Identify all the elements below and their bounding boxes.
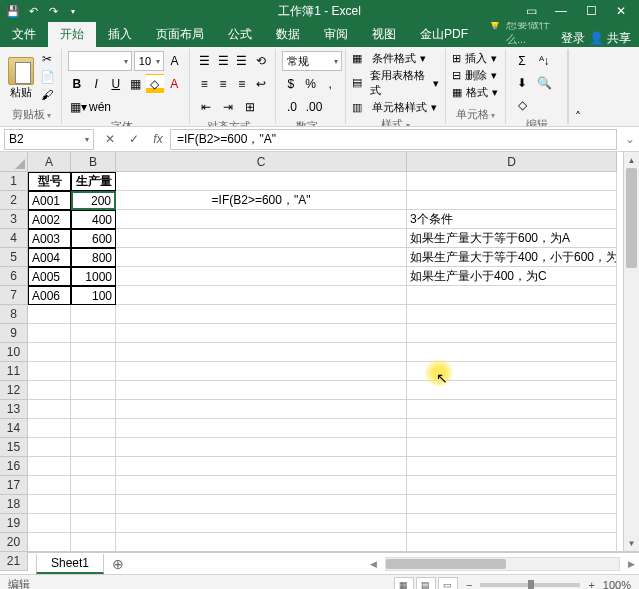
- row-header[interactable]: 7: [0, 286, 28, 305]
- align-right-icon[interactable]: ≡: [234, 74, 251, 94]
- cell[interactable]: [71, 514, 116, 533]
- comma-icon[interactable]: ,: [321, 74, 339, 94]
- row-header[interactable]: 21: [0, 552, 28, 571]
- row-header[interactable]: 1: [0, 172, 28, 191]
- quick-undo-icon[interactable]: ↶: [26, 4, 40, 18]
- enter-formula-icon[interactable]: ✓: [122, 129, 146, 150]
- cell[interactable]: [71, 305, 116, 324]
- cell[interactable]: [116, 381, 407, 400]
- cell[interactable]: [407, 476, 617, 495]
- tab-formulas[interactable]: 公式: [216, 22, 264, 47]
- cell[interactable]: [407, 400, 617, 419]
- quick-custom-icon[interactable]: ▾: [66, 4, 80, 18]
- quick-redo-icon[interactable]: ↷: [46, 4, 60, 18]
- cell[interactable]: [71, 457, 116, 476]
- cell[interactable]: [116, 229, 407, 248]
- zoom-slider[interactable]: [480, 583, 580, 587]
- cell[interactable]: [407, 381, 617, 400]
- row-header[interactable]: 14: [0, 419, 28, 438]
- cell[interactable]: [28, 438, 71, 457]
- name-box[interactable]: B2: [4, 129, 94, 150]
- zoom-level[interactable]: 100%: [603, 579, 631, 590]
- row-header[interactable]: 11: [0, 362, 28, 381]
- tab-file[interactable]: 文件: [0, 22, 48, 47]
- col-header[interactable]: C: [116, 152, 407, 172]
- tab-wps[interactable]: 金山PDF: [408, 22, 480, 47]
- cell[interactable]: [116, 362, 407, 381]
- scroll-thumb[interactable]: [626, 168, 637, 268]
- row-header[interactable]: 2: [0, 191, 28, 210]
- cell[interactable]: A002: [28, 210, 71, 229]
- cell[interactable]: [28, 419, 71, 438]
- row-header[interactable]: 12: [0, 381, 28, 400]
- cell[interactable]: [116, 172, 407, 191]
- zoom-in-icon[interactable]: +: [588, 579, 594, 590]
- cell[interactable]: 型号: [28, 172, 71, 191]
- col-header[interactable]: B: [71, 152, 116, 172]
- cell[interactable]: [116, 286, 407, 305]
- font-name-select[interactable]: [68, 51, 132, 71]
- align-left-icon[interactable]: ≡: [196, 74, 213, 94]
- row-header[interactable]: 13: [0, 400, 28, 419]
- format-button[interactable]: ▦ 格式▾: [452, 85, 499, 100]
- row-header[interactable]: 20: [0, 533, 28, 552]
- number-format-select[interactable]: 常规: [282, 51, 342, 71]
- cell[interactable]: [116, 248, 407, 267]
- row-header[interactable]: 6: [0, 267, 28, 286]
- cell[interactable]: [407, 419, 617, 438]
- tab-home[interactable]: 开始: [48, 22, 96, 47]
- row-header[interactable]: 5: [0, 248, 28, 267]
- delete-button[interactable]: ⊟ 删除▾: [452, 68, 499, 83]
- cell[interactable]: [71, 533, 116, 551]
- border-icon[interactable]: ▦: [127, 74, 145, 94]
- minimize-icon[interactable]: —: [547, 1, 575, 21]
- scroll-up-icon[interactable]: ▲: [624, 152, 639, 168]
- cell[interactable]: [28, 324, 71, 343]
- font-size-select[interactable]: 10: [134, 51, 164, 71]
- indent-inc-icon[interactable]: ⇥: [218, 97, 238, 117]
- cell[interactable]: A005: [28, 267, 71, 286]
- cell[interactable]: 1000: [71, 267, 116, 286]
- collapse-ribbon-icon[interactable]: ˄: [568, 49, 586, 124]
- cell[interactable]: 400: [71, 210, 116, 229]
- tab-insert[interactable]: 插入: [96, 22, 144, 47]
- align-center-icon[interactable]: ≡: [215, 74, 232, 94]
- cell[interactable]: [28, 362, 71, 381]
- ribbon-opts-icon[interactable]: ▭: [517, 1, 545, 21]
- cell[interactable]: [116, 495, 407, 514]
- fill-color-icon[interactable]: ◇: [146, 74, 164, 94]
- cell[interactable]: [71, 495, 116, 514]
- cell[interactable]: [407, 305, 617, 324]
- cell[interactable]: 生产量: [71, 172, 116, 191]
- paste-button[interactable]: 粘贴: [8, 51, 34, 105]
- cell[interactable]: 如果生产量大于等于600，为A: [407, 229, 617, 248]
- dec-inc-icon[interactable]: .0: [282, 97, 302, 117]
- cell[interactable]: [116, 533, 407, 551]
- cell[interactable]: [407, 457, 617, 476]
- cell[interactable]: [71, 476, 116, 495]
- close-icon[interactable]: ✕: [607, 1, 635, 21]
- cell[interactable]: [71, 400, 116, 419]
- phonetic-icon[interactable]: wén: [90, 97, 110, 117]
- fill-icon[interactable]: ⬇: [512, 73, 532, 93]
- copy-icon[interactable]: 📄: [38, 69, 56, 85]
- cell[interactable]: [407, 343, 617, 362]
- cell[interactable]: [407, 438, 617, 457]
- align-bot-icon[interactable]: ☰: [234, 51, 251, 71]
- cell[interactable]: [28, 457, 71, 476]
- cell[interactable]: 如果生产量大于等于400，小于600，为B: [407, 248, 617, 267]
- cell[interactable]: [28, 533, 71, 551]
- grow-font-icon[interactable]: A: [166, 51, 183, 71]
- cell[interactable]: [71, 438, 116, 457]
- sort-icon[interactable]: ᴬ↓: [534, 51, 554, 71]
- cell[interactable]: [28, 514, 71, 533]
- cell[interactable]: [116, 419, 407, 438]
- tab-review[interactable]: 审阅: [312, 22, 360, 47]
- row-header[interactable]: 15: [0, 438, 28, 457]
- cell[interactable]: [28, 495, 71, 514]
- cell[interactable]: [407, 172, 617, 191]
- row-header[interactable]: 4: [0, 229, 28, 248]
- cell[interactable]: A004: [28, 248, 71, 267]
- row-header[interactable]: 18: [0, 495, 28, 514]
- select-all-corner[interactable]: [0, 152, 28, 172]
